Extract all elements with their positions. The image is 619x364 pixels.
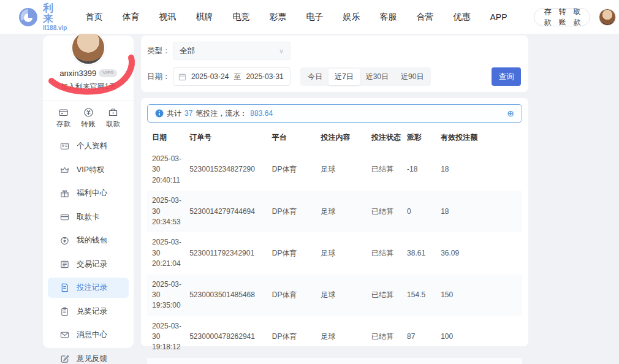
summary-middle: 笔投注，流水： bbox=[196, 108, 247, 119]
top-nav: 利 来 ll188.vip 首页 体育 视讯 棋牌 电竞 彩票 电子 娱乐 客服… bbox=[0, 0, 619, 34]
sidebar-item-welfare[interactable]: 福利中心 bbox=[48, 183, 129, 203]
col-status: 投注状态 bbox=[366, 126, 402, 149]
brand-name: 利 来 bbox=[43, 3, 67, 24]
range-7d-button[interactable]: 近7日 bbox=[328, 69, 360, 85]
sidebar-item-feedback[interactable]: 意见反馈 bbox=[48, 349, 129, 364]
table-row: 2025-03-3020:21:04 5230011792342901 DP体育… bbox=[147, 232, 522, 274]
sidebar-item-transactions[interactable]: 交易记录 bbox=[48, 254, 129, 275]
wallet-icon bbox=[60, 236, 69, 245]
id-card-icon bbox=[60, 142, 69, 151]
date-to[interactable]: 2025-03-31 bbox=[246, 72, 283, 81]
brand-logo[interactable]: 利 来 ll188.vip bbox=[18, 3, 67, 31]
sidebar-item-bet-records[interactable]: 投注记录 bbox=[48, 278, 129, 298]
col-order: 订单号 bbox=[184, 126, 267, 149]
nav-item-sports[interactable]: 体育 bbox=[122, 12, 139, 23]
sidebar: anxin3399 VIP0 加入利来官网1天 存款 转账 取款 个人资料 VI… bbox=[43, 36, 134, 348]
sidebar-item-withdraw-card[interactable]: 取款卡 bbox=[48, 207, 129, 227]
nav-item-lottery[interactable]: 彩票 bbox=[269, 12, 286, 23]
list-icon bbox=[60, 260, 69, 269]
sidebar-quick-actions: 存款 转账 取款 bbox=[43, 100, 134, 129]
sidebar-item-redeem-records[interactable]: 兑奖记录 bbox=[48, 301, 129, 322]
date-range-picker[interactable]: 2025-03-24 至 2025-03-31 bbox=[173, 67, 291, 86]
withdraw-button[interactable]: 取款 bbox=[106, 107, 120, 129]
range-today-button[interactable]: 今日 bbox=[302, 69, 328, 85]
range-30d-button[interactable]: 近30日 bbox=[360, 69, 395, 85]
table-row: 2025-03-3019:02:02 5229997568754014 DP体育… bbox=[147, 358, 522, 364]
nav-item-board-games[interactable]: 棋牌 bbox=[196, 12, 213, 23]
mail-icon bbox=[60, 330, 69, 339]
filter-panel: 类型： 全部 ∨ 日期： 2025-03-24 至 2025-03-31 今日 … bbox=[141, 36, 528, 92]
type-select[interactable]: 全部 ∨ bbox=[173, 42, 291, 60]
deposit-link[interactable]: 存款 bbox=[544, 7, 551, 28]
bet-records-panel: 共计 37 笔投注，流水： 883.64 ⊕ 日期 订单号 平台 投注内容 投注… bbox=[141, 98, 528, 346]
nav-item-service[interactable]: 客服 bbox=[379, 12, 397, 23]
info-icon bbox=[155, 109, 164, 118]
quick-range-group: 今日 近7日 近30日 近90日 bbox=[300, 67, 431, 86]
brand-logo-icon bbox=[18, 7, 38, 27]
sidebar-item-messages[interactable]: 消息中心 bbox=[48, 325, 129, 345]
col-content: 投注内容 bbox=[316, 126, 366, 149]
document-icon bbox=[60, 283, 69, 292]
nav-item-partner[interactable]: 合营 bbox=[416, 12, 433, 23]
join-days-text: 加入利来官网1天 bbox=[43, 82, 134, 92]
bet-records-table: 日期 订单号 平台 投注内容 投注状态 派彩 有效投注额 2025-03-302… bbox=[147, 126, 522, 364]
nav-item-app[interactable]: APP bbox=[490, 12, 507, 22]
withdraw-icon bbox=[108, 107, 118, 118]
summary-count: 37 bbox=[184, 109, 192, 118]
expand-plus-icon[interactable]: ⊕ bbox=[507, 108, 514, 118]
col-platform: 平台 bbox=[267, 126, 316, 149]
transfer-icon bbox=[83, 107, 94, 118]
deposit-button[interactable]: 存款 bbox=[56, 107, 70, 129]
calendar-icon bbox=[178, 73, 186, 81]
username: anxin3399 bbox=[59, 69, 96, 78]
nav-item-home[interactable]: 首页 bbox=[85, 12, 102, 23]
clipboard-icon bbox=[60, 307, 69, 316]
transfer-link[interactable]: 转账 bbox=[558, 7, 566, 28]
nav-item-live[interactable]: 视讯 bbox=[159, 12, 176, 23]
vip-badge: VIP0 bbox=[99, 69, 116, 77]
range-90d-button[interactable]: 近90日 bbox=[395, 69, 430, 85]
summary-turnover: 883.64 bbox=[250, 109, 273, 118]
query-button[interactable]: 查询 bbox=[492, 67, 521, 86]
avatar[interactable] bbox=[71, 31, 105, 65]
table-row: 2025-03-3019:35:00 5230003501485468 DP体育… bbox=[147, 275, 522, 316]
table-row: 2025-03-3020:40:11 5230015234827290 DP体育… bbox=[147, 149, 522, 191]
nav-item-entertainment[interactable]: 娱乐 bbox=[343, 12, 360, 23]
withdraw-link[interactable]: 取款 bbox=[573, 7, 580, 28]
nav-menu: 首页 体育 视讯 棋牌 电竞 彩票 电子 娱乐 客服 合营 优惠 APP bbox=[75, 12, 517, 23]
summary-prefix: 共计 bbox=[167, 108, 181, 119]
col-payout: 派彩 bbox=[402, 126, 436, 149]
nav-item-slots[interactable]: 电子 bbox=[306, 12, 323, 23]
deposit-icon bbox=[58, 107, 69, 118]
gift-icon bbox=[60, 189, 69, 198]
bank-card-icon bbox=[60, 213, 69, 222]
sidebar-item-profile[interactable]: 个人资料 bbox=[48, 136, 129, 156]
col-valid-amount: 有效投注额 bbox=[436, 126, 522, 149]
type-select-value: 全部 bbox=[180, 46, 195, 56]
user-account[interactable]: anxin3399总资产：1363.49元 永久域名：ll188.vip | l… bbox=[599, 0, 619, 45]
sidebar-item-wallet[interactable]: 我的钱包 bbox=[48, 230, 129, 251]
sidebar-menu: 个人资料 VIP特权 福利中心 取款卡 我的钱包 交易记录 投注记录 兑奖记录 bbox=[43, 136, 134, 364]
date-label: 日期： bbox=[147, 72, 173, 82]
wallet-actions: 存款 转账 取款 bbox=[534, 8, 590, 26]
brand-domain: ll188.vip bbox=[43, 25, 67, 31]
nav-item-promo[interactable]: 优惠 bbox=[453, 12, 470, 23]
type-label: 类型： bbox=[147, 46, 173, 56]
table-row: 2025-03-3019:18:12 5230000478262941 DP体育… bbox=[147, 316, 522, 358]
date-separator: 至 bbox=[234, 72, 241, 82]
date-from[interactable]: 2025-03-24 bbox=[191, 72, 229, 81]
nav-item-esports[interactable]: 电竞 bbox=[232, 12, 249, 23]
sidebar-item-vip[interactable]: VIP特权 bbox=[48, 160, 129, 180]
crown-icon bbox=[60, 165, 69, 175]
transfer-button[interactable]: 转账 bbox=[82, 107, 96, 129]
table-header-row: 日期 订单号 平台 投注内容 投注状态 派彩 有效投注额 bbox=[147, 126, 522, 149]
col-date: 日期 bbox=[147, 126, 184, 149]
summary-bar: 共计 37 笔投注，流水： 883.64 ⊕ bbox=[147, 104, 522, 123]
chevron-down-icon: ∨ bbox=[279, 47, 284, 55]
feedback-icon bbox=[60, 354, 69, 363]
avatar bbox=[599, 9, 616, 26]
table-row: 2025-03-3020:34:53 5230014279744694 DP体育… bbox=[147, 191, 522, 232]
